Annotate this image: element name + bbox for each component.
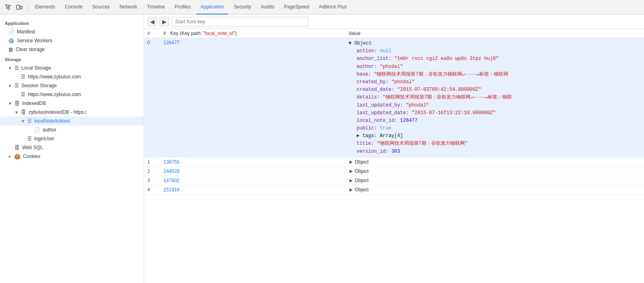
key-link[interactable]: 151916: [163, 187, 180, 193]
sidebar-item-local-note-actions[interactable]: ▼ ☰ localNoteActions: [0, 117, 144, 125]
cell-value: ▼ Objectaction: nullanchor_list: "1m0r r…: [345, 38, 644, 158]
table-row[interactable]: 2144529► Object: [144, 166, 644, 176]
sidebar-item-indexeddb-label: IndexedDB: [22, 100, 46, 106]
service-workers-icon: ⚙️: [8, 38, 14, 44]
tab-security[interactable]: Security: [230, 0, 255, 14]
tab-adblock[interactable]: Adblock Plus: [315, 0, 351, 14]
cookies-icon: 🍪: [14, 154, 21, 160]
sidebar-item-session-storage-url[interactable]: ☰ https://www.zybuluo.com: [0, 90, 144, 99]
sidebar-item-clear-storage-label: Clear storage: [16, 47, 45, 52]
nav-back-button[interactable]: ◀: [147, 17, 157, 27]
cell-key[interactable]: 147902: [160, 176, 345, 185]
table-row[interactable]: 1138755► Object: [144, 157, 644, 166]
svg-rect-1: [20, 6, 22, 9]
search-input[interactable]: [171, 17, 308, 27]
col-header-num: #: [144, 29, 160, 38]
tab-profiles[interactable]: Profiles: [171, 0, 195, 14]
sidebar-item-zybuluo-db-label: zybuluoIndexedDB - https:/: [29, 109, 87, 115]
sidebar-item-indexeddb[interactable]: ▼ 🗄 IndexedDB: [0, 99, 144, 108]
cell-num: 2: [144, 166, 160, 176]
array-label: tags: Array[4]: [362, 133, 403, 139]
sidebar-item-session-storage-url-label: https://www.zybuluo.com: [28, 92, 81, 97]
object-property: details: "物联网技术周报第7期：谷歌发力物联网↵----↵标签：物联: [349, 94, 641, 101]
content-area: ◀ ▶ # # Key (Key path: "local_note_id") …: [144, 14, 644, 283]
sidebar-item-session-storage-label: Session Storage: [21, 83, 57, 88]
sidebar-item-local-note-actions-label: localNoteActions: [34, 118, 70, 124]
sidebar-item-cookies[interactable]: ► 🍪 Cookies: [0, 152, 144, 161]
object-property: created_by: "phodal": [349, 78, 641, 86]
sidebar-item-manifest-label: Manifest: [17, 29, 35, 35]
col-header-value: Value: [345, 29, 644, 38]
object-property: created_date: "2015-07-03T09:42:54.00000…: [349, 86, 641, 94]
device-icon[interactable]: [14, 2, 24, 12]
sidebar-item-session-storage[interactable]: ▼ ☰ Session Storage: [0, 81, 144, 90]
clear-storage-icon: 🗑: [8, 47, 13, 53]
object-property: base: "物联网技术周报第7期：谷歌发力物联网↵----↵标签：物联网: [349, 71, 641, 78]
object-property: local_note_id: 126477: [349, 117, 641, 125]
object-property: ► tags: Array[4]: [349, 132, 641, 140]
login-user-icon: ☰: [27, 136, 32, 142]
sidebar-item-login-user-label: loginUser: [34, 136, 55, 142]
sidebar-item-clear-storage[interactable]: 🗑 Clear storage: [0, 45, 144, 54]
table-row[interactable]: 0126477▼ Objectaction: nullanchor_list: …: [144, 38, 644, 158]
cell-num: 3: [144, 176, 160, 185]
tab-console[interactable]: Console: [61, 0, 87, 14]
tab-audits[interactable]: Audits: [257, 0, 278, 14]
sidebar-item-local-storage-url[interactable]: ☰ https://www.zybuluo.com: [0, 72, 144, 81]
table-row[interactable]: 4151916► Object: [144, 185, 644, 194]
key-link[interactable]: 147902: [163, 178, 180, 183]
sidebar-item-author-label: author: [43, 127, 56, 133]
content-toolbar: ◀ ▶: [144, 14, 644, 29]
cell-key[interactable]: 144529: [160, 166, 345, 176]
sidebar-item-manifest[interactable]: 📄 Manifest: [0, 27, 144, 36]
table-body: 0126477▼ Objectaction: nullanchor_list: …: [144, 38, 644, 195]
sidebar-item-local-storage[interactable]: ▼ ☰ Local Storage: [0, 64, 144, 72]
key-link[interactable]: 126477: [163, 40, 180, 45]
inspect-icon[interactable]: [3, 2, 13, 12]
object-summary[interactable]: ► Object: [349, 159, 369, 165]
object-property: public: true: [349, 125, 641, 132]
cell-num: 0: [144, 38, 160, 158]
object-property: action: null: [349, 47, 641, 55]
tab-elements[interactable]: Elements: [31, 0, 59, 14]
tab-network[interactable]: Network: [116, 0, 141, 14]
sidebar-item-login-user[interactable]: ☰ loginUser: [0, 134, 144, 143]
indexeddb-icon: 🗄: [14, 100, 20, 107]
key-link[interactable]: 144529: [163, 168, 180, 174]
author-icon: 📄: [34, 127, 40, 133]
cell-value: ► Object: [345, 157, 644, 166]
object-tree: ▼ Objectaction: nullanchor_list: "1m0r r…: [349, 40, 641, 156]
object-property: anchor_list: "1m0r rxcc cgi2 ea8o wp8s 3…: [349, 55, 641, 63]
cell-num: 4: [144, 185, 160, 194]
object-property: version_id: 303: [349, 148, 641, 156]
tab-pagespeed[interactable]: PageSpeed: [280, 0, 313, 14]
sidebar-item-service-workers[interactable]: ⚙️ Service Workers: [0, 36, 144, 45]
tab-sources[interactable]: Sources: [88, 0, 114, 14]
cell-num: 1: [144, 157, 160, 166]
cell-key[interactable]: 126477: [160, 38, 345, 158]
sidebar-item-zybuluo-db[interactable]: ▼ 🗄 zybuluoIndexedDB - https:/: [0, 108, 144, 117]
sidebar-item-service-workers-label: Service Workers: [17, 38, 52, 43]
key-link[interactable]: 138755: [163, 159, 180, 165]
session-storage-url-icon: ☰: [21, 92, 25, 97]
object-summary[interactable]: ► Object: [349, 168, 369, 174]
sidebar-item-author[interactable]: 📄 author: [0, 125, 144, 134]
sidebar-item-cookies-label: Cookies: [23, 154, 40, 159]
cell-key[interactable]: 138755: [160, 157, 345, 166]
object-summary[interactable]: ► Object: [349, 187, 369, 193]
nav-forward-button[interactable]: ▶: [159, 17, 169, 27]
sidebar-item-local-storage-url-label: https://www.zybuluo.com: [28, 74, 81, 80]
tab-application[interactable]: Application: [196, 0, 228, 14]
table-row[interactable]: 3147902► Object: [144, 176, 644, 185]
object-property: last_updated_date: "2015-07-16T13:22:10.…: [349, 109, 641, 117]
main-layout: Application 📄 Manifest ⚙️ Service Worker…: [0, 14, 644, 283]
tab-timeline[interactable]: Timeline: [143, 0, 169, 14]
cell-key[interactable]: 151916: [160, 185, 345, 194]
table-header-row: # # Key (Key path: "local_note_id") Valu…: [144, 29, 644, 38]
object-summary[interactable]: ► Object: [349, 178, 369, 183]
manifest-icon: 📄: [8, 29, 14, 35]
sidebar-item-web-sql[interactable]: 🗄 Web SQL: [0, 143, 144, 152]
local-storage-url-icon: ☰: [21, 74, 25, 80]
triangle-cookies: ►: [8, 154, 12, 158]
data-table: # # Key (Key path: "local_note_id") Valu…: [144, 29, 644, 283]
